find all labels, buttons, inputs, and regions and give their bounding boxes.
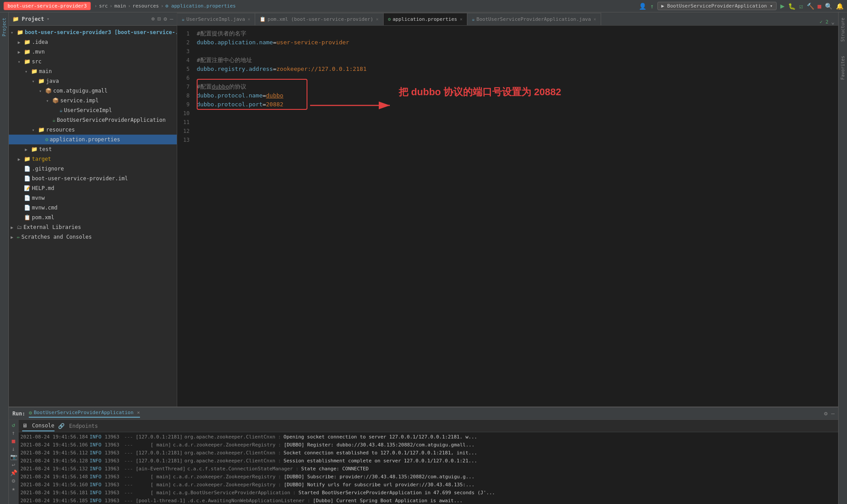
tree-arrow-mvn: ▶ xyxy=(18,50,23,54)
tab-userserviceimpl[interactable]: ☕ UserServiceImpl.java × xyxy=(177,13,255,25)
locate-icon[interactable]: ⊕ xyxy=(152,16,155,22)
breadcrumb-resources: resources xyxy=(132,3,159,9)
tree-item-mvnw[interactable]: ▶ 📄 mvnw xyxy=(9,193,177,203)
console-line-3: 2021-08-24 19:41:56.128 INFO 13963 --- [… xyxy=(19,457,838,465)
project-panel: 📁 Project ▾ ⊕ ⊟ ⚙ — xyxy=(9,12,177,407)
tree-item-gitignore[interactable]: ▶ 📄 .gitignore xyxy=(9,164,177,174)
run-config-selector[interactable]: ▶ BootUserServiceProviderApplication ▾ xyxy=(657,2,777,10)
debug-icon[interactable]: 🐛 xyxy=(788,3,796,10)
tab-close-pom[interactable]: × xyxy=(376,17,379,22)
console-line-0: 2021-08-24 19:41:56.184 INFO 13963 --- [… xyxy=(19,433,838,441)
tab-close-bootapp[interactable]: × xyxy=(594,17,596,22)
scroll-down-icon[interactable]: ↓ xyxy=(12,446,16,452)
tree-label-iml: boot-user-service-provider.iml xyxy=(32,175,128,182)
collapse-icon[interactable]: ⊟ xyxy=(158,16,161,22)
settings2-icon[interactable]: ⚙ xyxy=(12,477,16,484)
tree-item-appprops[interactable]: ▶ ⚙ application.properties xyxy=(9,135,177,144)
tree-item-bootapp[interactable]: ▶ ☕ BootUserServiceProviderApplication xyxy=(9,115,177,125)
tree-item-mvnwcmd[interactable]: ▶ 📄 mvnw.cmd xyxy=(9,203,177,213)
settings-icon[interactable]: ⚙ xyxy=(163,16,167,22)
tree-arrow-service-impl: ▾ xyxy=(46,98,51,103)
tab-endpoints[interactable]: 🔗 Endpoints xyxy=(58,421,98,431)
console-output[interactable]: 2021-08-24 19:41:56.184 INFO 13963 --- [… xyxy=(19,432,838,504)
code-line-2: 2 dubbo.application.name=user-service-pr… xyxy=(177,38,838,47)
tree-item-idea[interactable]: ▶ 📁 .idea xyxy=(9,37,177,47)
tree-label-mvn: .mvn xyxy=(32,49,45,55)
editor-settings-icon[interactable]: ⌄ xyxy=(831,19,835,25)
person-icon: 👤 xyxy=(639,3,646,10)
tree-label-scratches: Scratches and Consoles xyxy=(21,234,92,240)
tree-item-pom[interactable]: ▶ 📋 pom.xml xyxy=(9,213,177,222)
gitignore-icon: 📄 xyxy=(24,166,31,172)
tree-item-test[interactable]: ▶ 📁 test xyxy=(9,144,177,154)
tree-item-iml[interactable]: ▶ 📄 boot-user-service-provider.iml xyxy=(9,174,177,183)
annotation-arrow xyxy=(310,94,399,119)
run-label: Run: xyxy=(12,411,25,417)
tree-item-resources[interactable]: ▾ 📁 resources xyxy=(9,125,177,135)
coverage-icon[interactable]: ☑ xyxy=(799,3,803,10)
pin-icon[interactable]: 📌 xyxy=(10,469,17,476)
console-line-4: 2021-08-24 19:41:56.132 INFO 13963 --- [… xyxy=(19,465,838,473)
tree-item-com[interactable]: ▾ 📦 com.atguigu.gmall xyxy=(9,86,177,96)
tree-item-main[interactable]: ▾ 📁 main xyxy=(9,66,177,76)
sidebar-item-project[interactable]: Project xyxy=(2,16,7,38)
xml-icon: 📋 xyxy=(24,214,31,221)
close-panel-icon[interactable]: — xyxy=(170,16,173,22)
run-icon[interactable]: ▶ xyxy=(780,2,785,10)
code-line-6: 6 xyxy=(177,74,838,82)
project-tree: ▾ 📁 boot-user-service-provider3 [boot-us… xyxy=(9,26,177,407)
mvnw-icon: 📄 xyxy=(24,195,31,201)
search-icon[interactable]: 🔍 xyxy=(825,3,832,10)
code-line-12: 12 xyxy=(177,127,838,136)
tree-item-ext-libs[interactable]: ▶ 🗂 External Libraries xyxy=(9,222,177,232)
star-icon[interactable]: ★ xyxy=(12,485,16,492)
sidebar-item-structure[interactable]: Structure xyxy=(840,16,845,43)
console-line-2: 2021-08-24 19:41:56.112 INFO 13963 --- [… xyxy=(19,449,838,457)
tree-arrow-target: ▶ xyxy=(18,157,23,162)
tree-item-helpmd[interactable]: ▶ 📝 HELP.md xyxy=(9,183,177,193)
cmd-icon: 📄 xyxy=(24,205,31,211)
tree-arrow-root: ▾ xyxy=(11,30,16,35)
wrap-icon[interactable]: ↩ xyxy=(12,461,16,468)
bottom-settings-icon[interactable]: ⚙ xyxy=(824,410,828,417)
bottom-minimize-icon[interactable]: — xyxy=(831,410,835,417)
tree-item-root[interactable]: ▾ 📁 boot-user-service-provider3 [boot-us… xyxy=(9,27,177,37)
tree-item-service-impl[interactable]: ▾ 📦 service.impl xyxy=(9,96,177,105)
notification-icon[interactable]: 🔔 xyxy=(836,3,843,10)
title-bar: boot-user-service-provider3 › src › main… xyxy=(0,0,847,12)
project-dropdown-icon[interactable]: ▾ xyxy=(47,16,50,21)
tab-close-appprops[interactable]: × xyxy=(460,17,462,22)
console-line-6: 2021-08-24 19:41:56.160 INFO 13963 --- [… xyxy=(19,481,838,489)
editor-content[interactable]: 1 #配置提供者的名字 2 dubbo.application.name=use… xyxy=(177,26,838,407)
run-app-tab[interactable]: ⚙ BootUserServiceProviderApplication × xyxy=(29,410,140,418)
stop-run-icon[interactable]: ■ xyxy=(12,438,16,444)
tree-label-pom: pom.xml xyxy=(32,214,54,221)
stop-icon[interactable]: ■ xyxy=(818,3,821,10)
tree-item-scratches[interactable]: ▶ ✏ Scratches and Consoles xyxy=(9,232,177,242)
scroll-up-icon[interactable]: ↑ xyxy=(12,430,16,436)
tree-label-appprops: application.properties xyxy=(50,136,120,143)
build-icon[interactable]: 🔨 xyxy=(807,3,814,10)
tab-appprops[interactable]: ⚙ application.properties × xyxy=(384,13,467,25)
tree-item-userserviceimpl[interactable]: ▶ ☕ UserServiceImpl xyxy=(9,105,177,115)
sidebar-item-favorites[interactable]: Favorites xyxy=(840,54,845,81)
camera-icon[interactable]: 📷 xyxy=(10,454,17,460)
tree-item-target[interactable]: ▶ 📁 target xyxy=(9,154,177,164)
run-tab-close[interactable]: × xyxy=(137,410,140,415)
tree-arrow-scratches: ▶ xyxy=(11,235,16,240)
tab-console[interactable]: 🖥 Console xyxy=(22,421,54,431)
tree-item-java[interactable]: ▾ 📁 java xyxy=(9,76,177,86)
md-icon: 📝 xyxy=(24,185,31,191)
folder-idea-icon: 📁 xyxy=(24,39,31,45)
java-class-icon: ☕ xyxy=(59,107,62,113)
rerun-icon[interactable]: ↺ xyxy=(12,422,16,428)
tab-bootapp[interactable]: ☕ BootUserServiceProviderApplication.jav… xyxy=(467,13,601,25)
tree-item-src[interactable]: ▾ 📁 src xyxy=(9,57,177,66)
tree-item-mvn[interactable]: ▶ 📁 .mvn xyxy=(9,47,177,57)
sync-icon: ↑ xyxy=(650,3,653,10)
boot-class-icon: ☕ xyxy=(52,117,55,123)
project-title-tab[interactable]: boot-user-service-provider3 xyxy=(4,2,91,10)
breadcrumb-file: ⚙ application.properties xyxy=(165,3,236,9)
tab-pomxml[interactable]: 📋 pom.xml (boot-user-service-provider) × xyxy=(255,13,383,25)
tab-close-userserviceimpl[interactable]: × xyxy=(248,17,250,22)
